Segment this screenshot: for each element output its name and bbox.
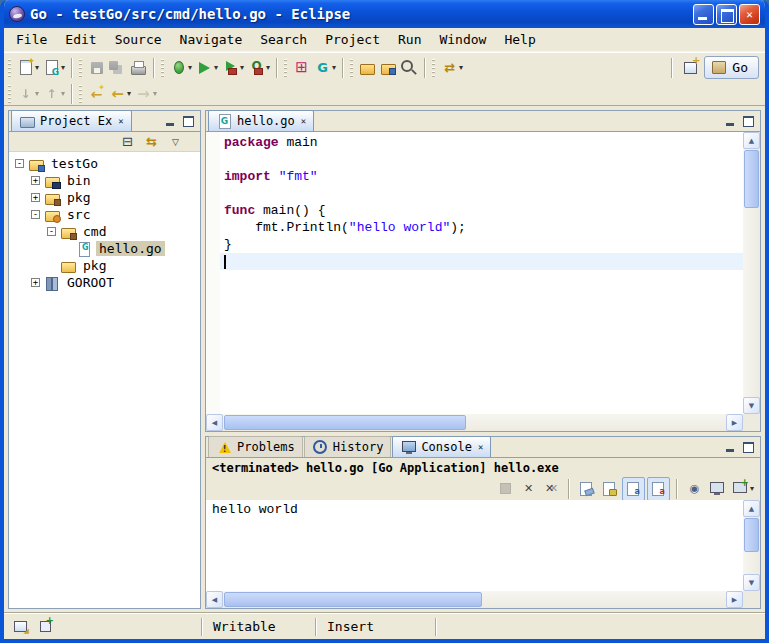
clear-console-button[interactable] xyxy=(576,477,597,501)
tab-project-explorer[interactable]: Project Ex ✕ xyxy=(11,110,132,131)
menu-run[interactable]: Run xyxy=(389,29,430,50)
next-annotation-button[interactable]: ▾ xyxy=(15,82,41,106)
new-go-app-button[interactable] xyxy=(291,56,312,80)
fast-view-icon[interactable] xyxy=(12,618,29,635)
scroll-down-icon[interactable]: ▼ xyxy=(743,574,760,591)
scroll-left-icon[interactable]: ◀ xyxy=(206,591,223,608)
toolbar-grip[interactable] xyxy=(79,85,82,103)
tree-item-cmd[interactable]: -cmd xyxy=(9,223,200,240)
toolbar-grip[interactable] xyxy=(432,59,435,77)
toolbar-grip[interactable] xyxy=(79,59,82,77)
last-edit-button[interactable] xyxy=(86,82,107,106)
save-button[interactable] xyxy=(86,56,107,80)
view-maximize-button[interactable] xyxy=(741,440,756,454)
menu-help[interactable]: Help xyxy=(495,29,544,50)
scroll-lock-button[interactable] xyxy=(599,477,620,501)
prev-annotation-button[interactable]: ▾ xyxy=(41,82,67,106)
collapse-all-button[interactable] xyxy=(117,130,138,154)
print-button[interactable] xyxy=(128,56,149,80)
link-editor-button[interactable] xyxy=(141,130,162,154)
tree-item-bin[interactable]: +bin xyxy=(9,172,200,189)
toolbar-grip[interactable] xyxy=(8,85,11,103)
scroll-left-icon[interactable]: ◀ xyxy=(206,414,223,431)
toolbar-grip[interactable] xyxy=(161,59,164,77)
scroll-down-icon[interactable]: ▼ xyxy=(743,397,760,414)
run-config-button[interactable]: ▾ xyxy=(220,56,246,80)
dropdown-arrow-icon[interactable]: ▾ xyxy=(266,63,270,72)
dropdown-arrow-icon[interactable]: ▾ xyxy=(153,89,157,98)
menu-file[interactable]: File xyxy=(7,29,56,50)
new-wizard-button[interactable]: ▾ xyxy=(15,56,41,80)
tree-item-src[interactable]: -src xyxy=(9,206,200,223)
close-icon[interactable]: ✕ xyxy=(301,116,306,126)
run-button[interactable]: ▾ xyxy=(194,56,220,80)
display-console-button[interactable] xyxy=(707,477,728,501)
save-all-button[interactable] xyxy=(107,56,128,80)
dropdown-arrow-icon[interactable]: ▾ xyxy=(35,63,39,72)
tab-hello-go[interactable]: hello.go ✕ xyxy=(208,110,314,131)
collapse-icon[interactable]: - xyxy=(31,210,40,219)
expand-icon[interactable]: + xyxy=(31,176,40,185)
tab-console[interactable]: Console✕ xyxy=(392,436,491,457)
editor-vscrollbar[interactable]: ▲ ▼ xyxy=(743,132,760,414)
scrollbar-thumb[interactable] xyxy=(224,592,482,607)
show-stderr-button[interactable] xyxy=(647,477,670,501)
editor-hscrollbar[interactable]: ◀ ▶ xyxy=(206,414,743,431)
toolbar-grip[interactable] xyxy=(350,59,353,77)
expand-icon[interactable]: + xyxy=(31,193,40,202)
view-maximize-button[interactable] xyxy=(181,114,196,128)
scrollbar-thumb[interactable] xyxy=(744,150,759,208)
new-go-button[interactable]: ▾ xyxy=(41,56,67,80)
tree-item-pkg[interactable]: pkg xyxy=(9,257,200,274)
dropdown-arrow-icon[interactable]: ▾ xyxy=(61,63,65,72)
pin-console-button[interactable] xyxy=(684,477,705,501)
minimize-button[interactable] xyxy=(693,4,714,25)
forward-button[interactable]: ▾ xyxy=(133,82,159,106)
dropdown-arrow-icon[interactable]: ▾ xyxy=(459,63,463,72)
scroll-right-icon[interactable]: ▶ xyxy=(726,414,743,431)
goclipse-button[interactable]: ▾ xyxy=(312,56,338,80)
close-icon[interactable]: ✕ xyxy=(478,442,483,452)
scroll-up-icon[interactable]: ▲ xyxy=(743,500,760,517)
project-tree[interactable]: -testGo+bin+pkg-src-cmdhello.gopkg+GOROO… xyxy=(9,152,200,608)
maximize-button[interactable] xyxy=(716,4,737,25)
tab-problems[interactable]: Problems xyxy=(208,436,303,457)
menu-window[interactable]: Window xyxy=(430,29,495,50)
tree-item-testgo[interactable]: -testGo xyxy=(9,155,200,172)
remove-all-button[interactable] xyxy=(541,477,562,501)
scroll-right-icon[interactable]: ▶ xyxy=(726,591,743,608)
tree-item-pkg[interactable]: +pkg xyxy=(9,189,200,206)
dropdown-arrow-icon[interactable]: ▾ xyxy=(188,63,192,72)
tree-item-goroot[interactable]: +GOROOT xyxy=(9,274,200,291)
menu-search[interactable]: Search xyxy=(251,29,316,50)
menu-project[interactable]: Project xyxy=(316,29,389,50)
dropdown-arrow-icon[interactable]: ▾ xyxy=(214,63,218,72)
open-console-button[interactable]: ▾ xyxy=(730,477,756,501)
remove-launch-button[interactable] xyxy=(518,477,539,501)
scrollbar-thumb[interactable] xyxy=(224,415,466,430)
open-resource-button[interactable] xyxy=(357,56,378,80)
code-editor[interactable]: package mainimport "fmt"func main() { fm… xyxy=(220,132,743,414)
view-minimize-button[interactable] xyxy=(722,114,737,128)
toolbar-grip[interactable] xyxy=(284,59,287,77)
open-perspective-button[interactable] xyxy=(680,56,701,80)
expand-icon[interactable]: + xyxy=(31,278,40,287)
view-minimize-button[interactable] xyxy=(162,114,177,128)
go-perspective-button[interactable]: Go xyxy=(704,56,759,79)
view-minimize-button[interactable] xyxy=(722,440,737,454)
view-maximize-button[interactable] xyxy=(741,114,756,128)
collapse-icon[interactable]: - xyxy=(47,227,56,236)
open-type-button[interactable] xyxy=(378,56,399,80)
tree-item-hello-go[interactable]: hello.go xyxy=(9,240,200,257)
trim-icon[interactable] xyxy=(37,618,54,635)
team-sync-button[interactable]: ▾ xyxy=(439,56,465,80)
search-button[interactable] xyxy=(399,56,420,80)
dropdown-arrow-icon[interactable]: ▾ xyxy=(750,484,754,493)
console-hscrollbar[interactable]: ◀ ▶ xyxy=(206,591,743,608)
menu-source[interactable]: Source xyxy=(106,29,171,50)
back-button[interactable]: ▾ xyxy=(107,82,133,106)
dropdown-arrow-icon[interactable]: ▾ xyxy=(35,89,39,98)
menu-edit[interactable]: Edit xyxy=(56,29,105,50)
close-button[interactable]: ✕ xyxy=(739,4,760,25)
dropdown-arrow-icon[interactable]: ▾ xyxy=(240,63,244,72)
